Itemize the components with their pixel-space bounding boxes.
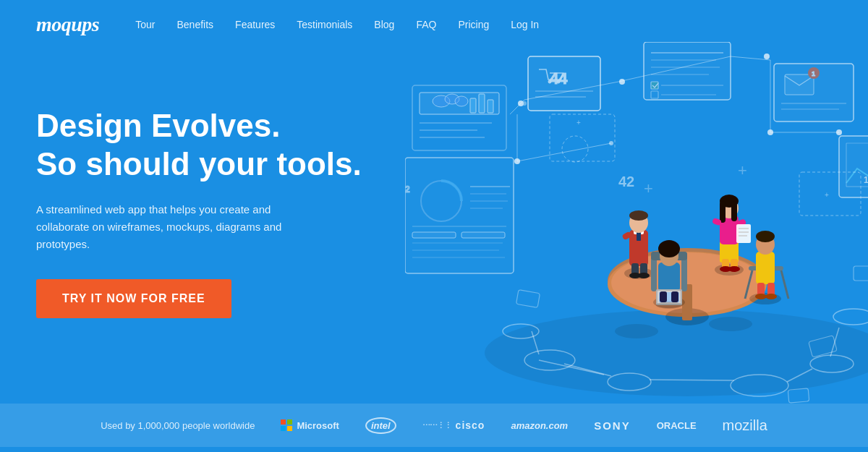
- svg-rect-104: [731, 201, 737, 221]
- svg-point-55: [764, 54, 770, 59]
- amazon-logo: amazon.com: [511, 420, 568, 431]
- svg-point-132: [833, 309, 868, 325]
- svg-rect-43: [412, 232, 456, 238]
- svg-point-110: [728, 266, 740, 272]
- svg-line-135: [650, 380, 734, 380]
- svg-rect-89: [658, 263, 680, 291]
- svg-rect-143: [788, 388, 809, 403]
- sony-logo: SONY: [594, 419, 631, 432]
- svg-point-83: [638, 273, 650, 278]
- hero-subtext: A streamlined web app that helps you cre…: [36, 201, 311, 253]
- cta-button[interactable]: TRY IT NOW FOR FREE: [36, 279, 231, 318]
- amazon-text: amazon.com: [511, 420, 568, 431]
- svg-text:+: +: [644, 179, 653, 197]
- svg-rect-27: [785, 74, 814, 95]
- svg-text:1: 1: [864, 175, 868, 185]
- svg-rect-95: [660, 291, 667, 302]
- nav-blog[interactable]: Blog: [374, 19, 394, 30]
- hero-illustration: 44: [383, 64, 832, 404]
- svg-point-79: [629, 210, 648, 221]
- nav-testimonials[interactable]: Testimonials: [297, 19, 352, 30]
- svg-text:42: 42: [618, 174, 634, 189]
- oracle-logo: ORACLE: [657, 420, 697, 431]
- svg-point-119: [756, 231, 775, 242]
- hero-headline: Design Evolves. So should your tools.: [36, 107, 383, 184]
- svg-point-7: [455, 96, 468, 106]
- nav-faq[interactable]: FAQ: [416, 19, 436, 30]
- svg-point-126: [615, 324, 658, 338]
- mozilla-text: mozilla: [723, 417, 767, 434]
- svg-rect-111: [736, 224, 751, 243]
- svg-line-125: [781, 270, 788, 299]
- svg-rect-44: [461, 232, 505, 238]
- svg-point-97: [656, 302, 682, 309]
- svg-rect-32: [839, 136, 868, 197]
- svg-point-91: [658, 240, 680, 257]
- svg-text:+: +: [825, 191, 829, 199]
- nav-login[interactable]: Log In: [511, 19, 539, 30]
- svg-point-146: [562, 136, 588, 162]
- svg-point-127: [709, 317, 752, 331]
- svg-text:44: 44: [550, 69, 568, 88]
- usage-text: Used by 1,000,000 people worldwide: [101, 420, 255, 431]
- sony-text: SONY: [594, 419, 631, 432]
- cisco-text: cisco: [456, 419, 485, 431]
- svg-line-60: [510, 100, 524, 114]
- svg-rect-8: [470, 98, 476, 113]
- svg-point-123: [765, 294, 777, 299]
- nav-tour[interactable]: Tour: [135, 19, 155, 30]
- microsoft-icon: [281, 419, 292, 431]
- svg-rect-36: [405, 158, 514, 273]
- hero-svg: 44: [405, 42, 868, 418]
- svg-text:2: 2: [405, 184, 410, 195]
- svg-rect-96: [671, 291, 678, 302]
- svg-text:1: 1: [812, 70, 815, 77]
- headline-line1: Design Evolves.: [36, 108, 280, 143]
- nav-benefits[interactable]: Benefits: [176, 19, 213, 30]
- svg-line-67: [517, 143, 611, 161]
- svg-point-16: [557, 80, 560, 83]
- svg-rect-117: [756, 252, 775, 284]
- svg-point-53: [522, 101, 527, 106]
- svg-text:+: +: [738, 161, 747, 179]
- svg-point-122: [755, 294, 767, 299]
- hero-section: Design Evolves. So should your tools. A …: [0, 49, 868, 404]
- intel-text: intel: [371, 420, 391, 431]
- mozilla-logo: mozilla: [723, 417, 767, 434]
- nav-features[interactable]: Features: [235, 19, 275, 30]
- svg-rect-9: [479, 94, 485, 113]
- svg-rect-10: [488, 100, 493, 113]
- intel-logo: intel: [365, 417, 396, 434]
- svg-rect-103: [720, 201, 726, 223]
- microsoft-logo: Microsoft: [281, 419, 339, 431]
- nav-pricing[interactable]: Pricing: [458, 19, 489, 30]
- svg-text:+: +: [576, 119, 581, 127]
- microsoft-text: Microsoft: [297, 420, 339, 431]
- headline-line2: So should your tools.: [36, 146, 362, 182]
- cisco-icon: ⋯⋯⋮⋮: [422, 421, 451, 430]
- brand-logo[interactable]: moqups: [36, 13, 99, 36]
- cisco-logo: ⋯⋯⋮⋮ cisco: [422, 419, 485, 431]
- hero-content: Design Evolves. So should your tools. A …: [36, 64, 383, 404]
- oracle-text: ORACLE: [657, 420, 697, 431]
- svg-point-15: [548, 80, 551, 83]
- svg-rect-142: [854, 266, 868, 281]
- svg-rect-141: [516, 290, 540, 308]
